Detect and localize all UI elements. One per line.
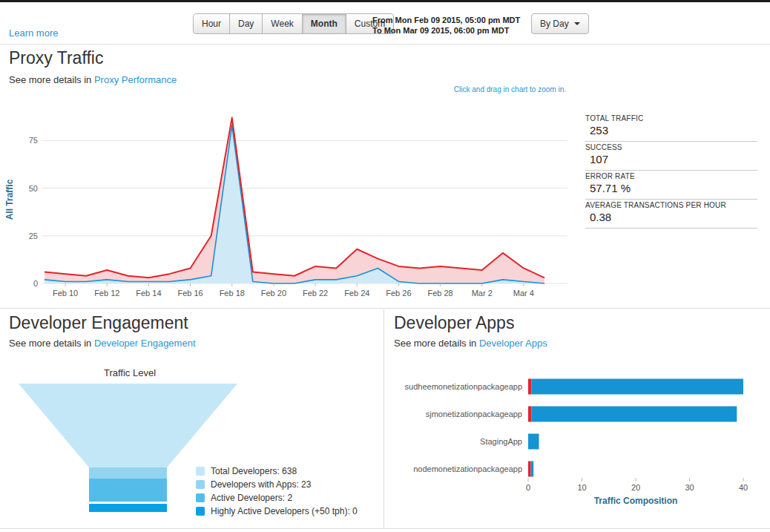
- proxy-traffic-section: Proxy Traffic See more details in Proxy …: [0, 45, 770, 309]
- range-day-button[interactable]: Day: [229, 13, 263, 34]
- x-tick-label: 10: [577, 483, 586, 492]
- stat-value: 57.71 %: [585, 182, 757, 194]
- x-tick-label: Feb 18: [220, 289, 245, 298]
- see-more-text: See more details in: [394, 338, 479, 349]
- granularity-label: By Day: [540, 19, 569, 29]
- x-tick-label: Feb 22: [303, 289, 328, 298]
- to-date-text: To Mon Mar 09 2015, 06:00 pm MDT: [372, 25, 520, 36]
- bar-segment-errors: [528, 462, 531, 477]
- zoom-hint-text: Click and drag in chart to zoom in.: [454, 85, 566, 93]
- developer-apps-link[interactable]: Developer Apps: [479, 338, 547, 349]
- funnel-chart-title: Traffic Level: [19, 367, 241, 378]
- proxy-traffic-chart[interactable]: 0255075Feb 10Feb 12Feb 14Feb 16Feb 18Feb…: [0, 108, 575, 310]
- legend-label: Active Developers: 2: [211, 493, 292, 503]
- x-tick-label: Feb 26: [386, 289, 411, 298]
- y-axis-label: All Traffic: [4, 179, 15, 220]
- y-tick-label: 75: [29, 136, 38, 145]
- traffic-stats-panel: TOTAL TRAFFIC 253 SUCCESS 107 ERROR RATE…: [585, 113, 757, 229]
- success-area: [45, 125, 544, 283]
- stat-total-traffic: TOTAL TRAFFIC 253: [585, 113, 757, 142]
- x-tick-label: Feb 10: [53, 289, 78, 298]
- x-tick-label: Feb 28: [427, 289, 453, 298]
- see-more-text: See more details in: [9, 338, 94, 349]
- stat-success: SUCCESS 107: [585, 142, 757, 171]
- bar-segment-traffic: [531, 462, 534, 477]
- stat-value: 0.38: [585, 211, 757, 223]
- x-tick-label: Mar 2: [472, 289, 493, 298]
- developer-engagement-link[interactable]: Developer Engagement: [94, 338, 196, 349]
- bar-category-label: StagingApp: [480, 437, 522, 446]
- legend-label: Total Developers: 638: [211, 466, 297, 476]
- funnel-legend: Total Developers: 638Developers with App…: [196, 464, 358, 518]
- stat-error-rate: ERROR RATE 57.71 %: [585, 171, 757, 200]
- bottom-panels: Developer Engagement See more details in…: [0, 309, 770, 529]
- x-tick-label: Mar 4: [513, 289, 534, 298]
- y-tick-label: 50: [29, 184, 38, 193]
- developer-apps-title: Developer Apps: [394, 313, 514, 333]
- traffic-area: [45, 118, 544, 283]
- proxy-traffic-title: Proxy Traffic: [9, 48, 103, 68]
- x-tick-label: 20: [631, 483, 640, 492]
- developer-engagement-subtitle: See more details in Developer Engagement: [9, 338, 196, 349]
- learn-more-link[interactable]: Learn more: [9, 27, 58, 39]
- funnel-segment-with-apps: [89, 467, 167, 479]
- range-hour-button[interactable]: Hour: [193, 13, 230, 34]
- stat-avg-tph: AVERAGE TRANSACTIONS PER HOUR 0.38: [585, 200, 757, 229]
- x-tick-label: Feb 12: [94, 289, 119, 298]
- x-tick-label: 30: [685, 483, 694, 492]
- x-tick-label: Feb 20: [261, 289, 286, 298]
- x-tick-label: Feb 16: [177, 289, 203, 298]
- stat-label: AVERAGE TRANSACTIONS PER HOUR: [585, 201, 757, 209]
- stat-value: 107: [585, 153, 757, 165]
- legend-item: Highly Active Developers (+50 tph): 0: [196, 505, 358, 518]
- x-tick-label: Feb 24: [344, 289, 369, 298]
- y-tick-label: 25: [29, 231, 38, 240]
- x-tick-label: 0: [526, 483, 530, 492]
- stat-label: TOTAL TRAFFIC: [585, 114, 757, 122]
- see-more-text: See more details in: [9, 74, 94, 85]
- developer-engagement-section: Developer Engagement See more details in…: [0, 309, 384, 528]
- bar-segment-errors: [528, 407, 531, 422]
- legend-swatch: [196, 507, 205, 516]
- bar-segment-traffic: [531, 379, 743, 395]
- caret-down-icon: [574, 22, 580, 25]
- stat-value: 253: [585, 124, 757, 137]
- developer-apps-bar-chart[interactable]: sudheemonetizationpackageappsjmonetizati…: [385, 373, 767, 514]
- x-axis-label: Traffic Composition: [594, 496, 678, 506]
- success-line: [45, 125, 544, 283]
- bar-segment-traffic: [528, 434, 539, 450]
- topbar: Learn more Hour Day Week Month Custom Fr…: [0, 0, 770, 45]
- x-tick-label: 40: [739, 483, 748, 492]
- stat-label: SUCCESS: [585, 143, 757, 151]
- legend-label: Developers with Apps: 23: [211, 479, 311, 490]
- range-month-button[interactable]: Month: [302, 13, 346, 34]
- legend-swatch: [196, 480, 205, 489]
- bar-segment-traffic: [531, 407, 737, 422]
- granularity-dropdown[interactable]: By Day: [531, 13, 589, 34]
- developer-engagement-title: Developer Engagement: [9, 313, 188, 333]
- legend-swatch: [196, 467, 205, 476]
- range-week-button[interactable]: Week: [262, 13, 302, 34]
- bar-category-label: sudheemonetizationpackageapp: [405, 382, 522, 391]
- bar-category-label: nodemonetizationpackageapp: [413, 464, 522, 473]
- developer-apps-subtitle: See more details in Developer Apps: [394, 338, 547, 349]
- analytics-dashboard: Learn more Hour Day Week Month Custom Fr…: [0, 0, 770, 532]
- traffic-line: [45, 118, 544, 278]
- funnel-segment-active: [89, 479, 167, 502]
- from-date-text: From Mon Feb 09 2015, 05:00 pm MDT: [372, 15, 520, 25]
- x-tick-label: Feb 14: [136, 289, 161, 298]
- stat-label: ERROR RATE: [585, 172, 757, 180]
- proxy-performance-link[interactable]: Proxy Performance: [94, 74, 177, 85]
- legend-item: Developers with Apps: 23: [196, 478, 358, 491]
- developer-apps-section: Developer Apps See more details in Devel…: [385, 309, 770, 528]
- bar-category-label: sjmonetizationpackageapp: [426, 410, 522, 418]
- funnel-segment-highly-active: [89, 504, 167, 512]
- legend-label: Highly Active Developers (+50 tph): 0: [211, 506, 358, 516]
- y-tick-label: 0: [33, 279, 38, 288]
- proxy-traffic-subtitle: See more details in Proxy Performance: [9, 74, 177, 85]
- date-range-display: From Mon Feb 09 2015, 05:00 pm MDT To Mo…: [372, 15, 520, 36]
- funnel-segment-total: [19, 384, 237, 467]
- legend-item: Total Developers: 638: [196, 464, 358, 478]
- legend-item: Active Developers: 2: [196, 491, 358, 505]
- date-range-button-group: Hour Day Week Month Custom: [193, 13, 394, 34]
